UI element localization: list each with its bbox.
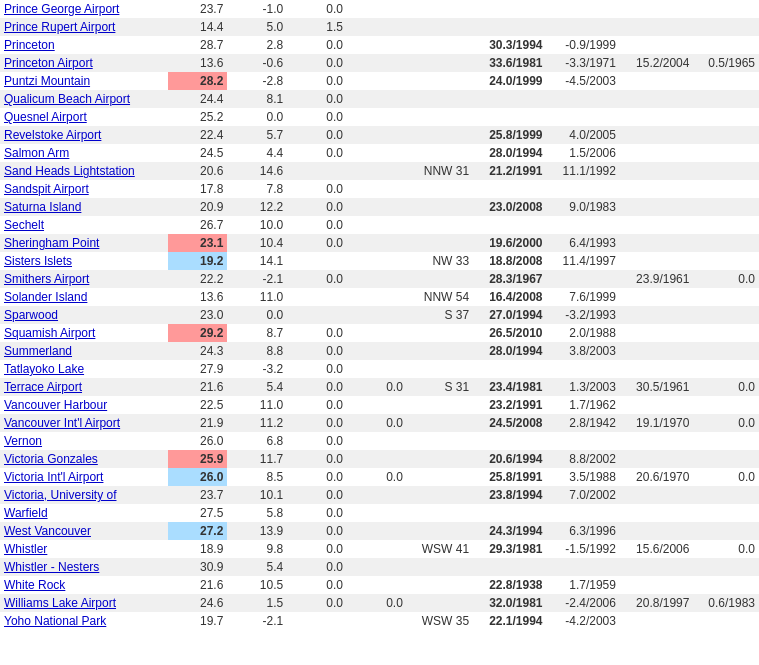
value-8: [620, 90, 693, 108]
value-4: [347, 54, 407, 72]
station-name[interactable]: Smithers Airport: [0, 270, 168, 288]
wind-value: [407, 414, 473, 432]
station-name[interactable]: Sechelt: [0, 216, 168, 234]
value-8: 30.5/1961: [620, 378, 693, 396]
wind-value: S 31: [407, 378, 473, 396]
station-name[interactable]: Qualicum Beach Airport: [0, 90, 168, 108]
value-8: [620, 36, 693, 54]
station-name[interactable]: Sandspit Airport: [0, 180, 168, 198]
value-4: [347, 324, 407, 342]
value-2: 5.4: [227, 378, 287, 396]
station-name[interactable]: Saturna Island: [0, 198, 168, 216]
station-name[interactable]: Sparwood: [0, 306, 168, 324]
station-name[interactable]: Yoho National Park: [0, 612, 168, 630]
value-4: [347, 0, 407, 18]
value-2: -0.6: [227, 54, 287, 72]
station-name[interactable]: West Vancouver: [0, 522, 168, 540]
station-name[interactable]: Revelstoke Airport: [0, 126, 168, 144]
value-1: 27.9: [168, 360, 228, 378]
station-name[interactable]: Vancouver Harbour: [0, 396, 168, 414]
wind-value: [407, 216, 473, 234]
value-3: [287, 288, 347, 306]
wind-value: NNW 54: [407, 288, 473, 306]
station-name[interactable]: Prince George Airport: [0, 0, 168, 18]
wind-value: [407, 108, 473, 126]
value-4: [347, 504, 407, 522]
station-name[interactable]: Williams Lake Airport: [0, 594, 168, 612]
value-8: [620, 288, 693, 306]
value-2: 12.2: [227, 198, 287, 216]
value-3: 0.0: [287, 558, 347, 576]
value-9: [693, 90, 759, 108]
value-4: [347, 216, 407, 234]
value-1: 22.5: [168, 396, 228, 414]
wind-value: [407, 576, 473, 594]
station-name[interactable]: Prince Rupert Airport: [0, 18, 168, 36]
station-name[interactable]: Warfield: [0, 504, 168, 522]
value-2: 9.8: [227, 540, 287, 558]
station-name[interactable]: Whistler: [0, 540, 168, 558]
value-3: 0.0: [287, 540, 347, 558]
station-name[interactable]: Vancouver Int'l Airport: [0, 414, 168, 432]
station-name[interactable]: Puntzi Mountain: [0, 72, 168, 90]
station-name[interactable]: Terrace Airport: [0, 378, 168, 396]
value-1: 22.2: [168, 270, 228, 288]
value-1: 26.0: [168, 468, 228, 486]
record-low: 2.8/1942: [547, 414, 620, 432]
value-2: -2.1: [227, 612, 287, 630]
record-high: 24.3/1994: [473, 522, 546, 540]
wind-value: [407, 360, 473, 378]
station-name[interactable]: Princeton: [0, 36, 168, 54]
table-row: Summerland24.38.80.028.0/19943.8/2003: [0, 342, 759, 360]
station-name[interactable]: Princeton Airport: [0, 54, 168, 72]
value-4: [347, 270, 407, 288]
record-high: 28.0/1994: [473, 144, 546, 162]
table-row: Puntzi Mountain28.2-2.80.024.0/1999-4.5/…: [0, 72, 759, 90]
record-high: 16.4/2008: [473, 288, 546, 306]
record-low: -3.2/1993: [547, 306, 620, 324]
station-name[interactable]: Whistler - Nesters: [0, 558, 168, 576]
value-2: 8.1: [227, 90, 287, 108]
station-name[interactable]: Victoria, University of: [0, 486, 168, 504]
record-low: 1.3/2003: [547, 378, 620, 396]
value-3: 0.0: [287, 594, 347, 612]
station-name[interactable]: Victoria Gonzales: [0, 450, 168, 468]
table-row: Squamish Airport29.28.70.026.5/20102.0/1…: [0, 324, 759, 342]
station-name[interactable]: Tatlayoko Lake: [0, 360, 168, 378]
value-9: [693, 504, 759, 522]
station-name[interactable]: Solander Island: [0, 288, 168, 306]
station-name[interactable]: Vernon: [0, 432, 168, 450]
wind-value: [407, 594, 473, 612]
value-9: [693, 72, 759, 90]
value-2: 2.8: [227, 36, 287, 54]
station-name[interactable]: Victoria Int'l Airport: [0, 468, 168, 486]
value-2: 14.6: [227, 162, 287, 180]
record-high: 23.8/1994: [473, 486, 546, 504]
table-row: Warfield27.55.80.0: [0, 504, 759, 522]
value-4: [347, 558, 407, 576]
value-2: 11.2: [227, 414, 287, 432]
value-4: [347, 342, 407, 360]
station-name[interactable]: Sand Heads Lightstation: [0, 162, 168, 180]
value-4: [347, 108, 407, 126]
station-name[interactable]: Quesnel Airport: [0, 108, 168, 126]
value-8: [620, 504, 693, 522]
station-name[interactable]: Squamish Airport: [0, 324, 168, 342]
table-row: Princeton Airport13.6-0.60.033.6/1981-3.…: [0, 54, 759, 72]
table-row: Williams Lake Airport24.61.50.00.032.0/1…: [0, 594, 759, 612]
value-8: [620, 612, 693, 630]
record-low: 3.5/1988: [547, 468, 620, 486]
record-high: [473, 216, 546, 234]
station-name[interactable]: Salmon Arm: [0, 144, 168, 162]
station-name[interactable]: Sisters Islets: [0, 252, 168, 270]
value-4: [347, 252, 407, 270]
station-name[interactable]: White Rock: [0, 576, 168, 594]
value-1: 26.7: [168, 216, 228, 234]
value-1: 23.0: [168, 306, 228, 324]
table-row: Princeton28.72.80.030.3/1994-0.9/1999: [0, 36, 759, 54]
value-8: [620, 576, 693, 594]
value-1: 21.9: [168, 414, 228, 432]
value-8: [620, 324, 693, 342]
station-name[interactable]: Summerland: [0, 342, 168, 360]
station-name[interactable]: Sheringham Point: [0, 234, 168, 252]
